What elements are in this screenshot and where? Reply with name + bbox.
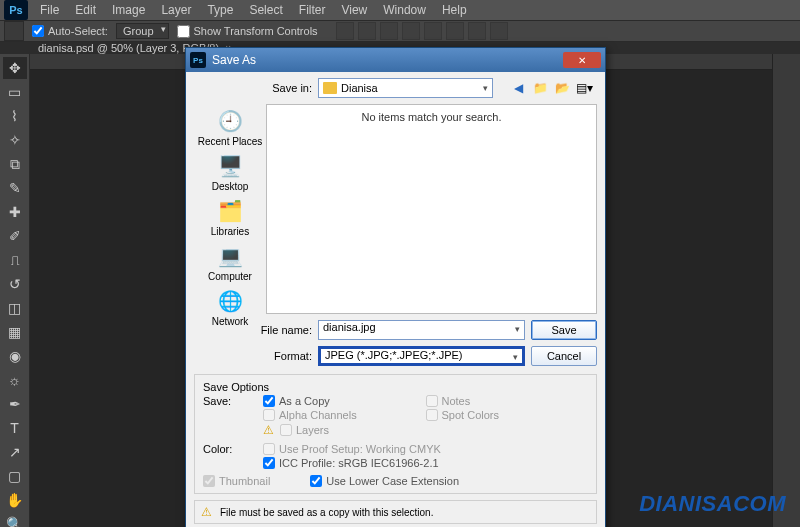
save-in-label: Save in: xyxy=(194,82,312,94)
hand-tool-icon[interactable]: ✋ xyxy=(3,489,27,511)
proof-setup-checkbox: Use Proof Setup: Working CMYK xyxy=(263,443,588,455)
align-icon[interactable] xyxy=(446,22,464,40)
align-icon[interactable] xyxy=(336,22,354,40)
as-copy-checkbox[interactable]: As a Copy xyxy=(263,395,426,407)
place-libraries[interactable]: 🗂️ Libraries xyxy=(196,196,264,239)
align-controls xyxy=(336,22,508,40)
place-label: Desktop xyxy=(212,181,249,192)
brush-tool-icon[interactable]: ✐ xyxy=(3,225,27,247)
heal-tool-icon[interactable]: ✚ xyxy=(3,201,27,223)
lowercase-ext-checkbox[interactable]: Use Lower Case Extension xyxy=(310,475,459,487)
cancel-button[interactable]: Cancel xyxy=(531,346,597,366)
menu-edit[interactable]: Edit xyxy=(67,3,104,17)
pen-tool-icon[interactable]: ✒ xyxy=(3,393,27,415)
history-brush-tool-icon[interactable]: ↺ xyxy=(3,273,27,295)
options-bar: Auto-Select: Group Show Transform Contro… xyxy=(0,21,800,42)
align-icon[interactable] xyxy=(402,22,420,40)
align-icon[interactable] xyxy=(380,22,398,40)
menu-image[interactable]: Image xyxy=(104,3,153,17)
menu-file[interactable]: File xyxy=(32,3,67,17)
no-items-message: No items match your search. xyxy=(362,111,502,123)
move-tool-icon[interactable] xyxy=(4,21,24,41)
eyedropper-tool-icon[interactable]: ✎ xyxy=(3,177,27,199)
format-label: Format: xyxy=(194,350,312,362)
auto-select-label: Auto-Select: xyxy=(48,25,108,37)
recent-places-icon: 🕘 xyxy=(215,108,245,134)
dialog-titlebar[interactable]: Ps Save As ✕ xyxy=(186,48,605,72)
crop-tool-icon[interactable]: ⧉ xyxy=(3,153,27,175)
dodge-tool-icon[interactable]: ☼ xyxy=(3,369,27,391)
type-tool-icon[interactable]: T xyxy=(3,417,27,439)
menu-view[interactable]: View xyxy=(333,3,375,17)
lasso-tool-icon[interactable]: ⌇ xyxy=(3,105,27,127)
view-menu-icon[interactable]: ▤▾ xyxy=(575,79,593,97)
format-value: JPEG (*.JPG;*.JPEG;*.JPE) xyxy=(325,349,463,361)
file-name-value: dianisa.jpg xyxy=(323,321,376,333)
align-icon[interactable] xyxy=(468,22,486,40)
save-button[interactable]: Save xyxy=(531,320,597,340)
file-list[interactable]: No items match your search. xyxy=(266,104,597,314)
save-as-dialog: Ps Save As ✕ Save in: Dianisa ◀ 📁 📂 ▤▾ 🕘… xyxy=(185,47,606,527)
network-icon: 🌐 xyxy=(215,288,245,314)
warning-icon: ⚠ xyxy=(201,505,212,519)
collapsed-panels[interactable] xyxy=(772,54,800,527)
file-name-input[interactable]: dianisa.jpg xyxy=(318,320,525,340)
menu-select[interactable]: Select xyxy=(241,3,290,17)
path-tool-icon[interactable]: ↗ xyxy=(3,441,27,463)
format-dropdown[interactable]: JPEG (*.JPG;*.JPEG;*.JPE) xyxy=(318,346,525,366)
place-label: Libraries xyxy=(211,226,249,237)
place-recent[interactable]: 🕘 Recent Places xyxy=(196,106,264,149)
ps-logo-icon: Ps xyxy=(190,52,206,68)
color-sub-label: Color: xyxy=(203,443,263,455)
align-icon[interactable] xyxy=(424,22,442,40)
gradient-tool-icon[interactable]: ▦ xyxy=(3,321,27,343)
back-icon[interactable]: ◀ xyxy=(509,79,527,97)
move-tool-icon[interactable]: ✥ xyxy=(3,57,27,79)
shape-tool-icon[interactable]: ▢ xyxy=(3,465,27,487)
save-options-title: Save Options xyxy=(203,381,588,393)
menu-window[interactable]: Window xyxy=(375,3,434,17)
warning-message: ⚠ File must be saved as a copy with this… xyxy=(194,500,597,524)
menu-help[interactable]: Help xyxy=(434,3,475,17)
up-folder-icon[interactable]: 📁 xyxy=(531,79,549,97)
computer-icon: 💻 xyxy=(215,243,245,269)
save-sub-label: Save: xyxy=(203,395,263,407)
save-in-value: Dianisa xyxy=(341,82,378,94)
menu-layer[interactable]: Layer xyxy=(153,3,199,17)
menu-filter[interactable]: Filter xyxy=(291,3,334,17)
watermark: DIANISACOM xyxy=(639,491,786,517)
menu-type[interactable]: Type xyxy=(199,3,241,17)
zoom-tool-icon[interactable]: 🔍 xyxy=(3,513,27,527)
wand-tool-icon[interactable]: ✧ xyxy=(3,129,27,151)
layers-checkbox: ⚠Layers xyxy=(263,423,426,437)
ps-logo-icon: Ps xyxy=(4,0,28,20)
notes-checkbox: Notes xyxy=(426,395,589,407)
desktop-icon: 🖥️ xyxy=(215,153,245,179)
auto-select-group-dropdown[interactable]: Group xyxy=(116,23,169,39)
eraser-tool-icon[interactable]: ◫ xyxy=(3,297,27,319)
save-options-group: Save Options Save: As a Copy Notes Alpha… xyxy=(194,374,597,494)
alpha-channels-checkbox: Alpha Channels xyxy=(263,409,426,421)
thumbnail-checkbox: Thumbnail xyxy=(203,475,270,487)
align-icon[interactable] xyxy=(490,22,508,40)
place-computer[interactable]: 💻 Computer xyxy=(196,241,264,284)
show-transform-controls-checkbox[interactable]: Show Transform Controls xyxy=(177,25,318,38)
new-folder-icon[interactable]: 📂 xyxy=(553,79,571,97)
places-bar: 🕘 Recent Places 🖥️ Desktop 🗂️ Libraries … xyxy=(194,104,266,314)
marquee-tool-icon[interactable]: ▭ xyxy=(3,81,27,103)
place-desktop[interactable]: 🖥️ Desktop xyxy=(196,151,264,194)
warning-icon: ⚠ xyxy=(263,423,274,437)
align-icon[interactable] xyxy=(358,22,376,40)
save-in-dropdown[interactable]: Dianisa xyxy=(318,78,493,98)
auto-select-checkbox[interactable]: Auto-Select: xyxy=(32,25,108,37)
place-label: Computer xyxy=(208,271,252,282)
warning-text: File must be saved as a copy with this s… xyxy=(220,507,433,518)
stamp-tool-icon[interactable]: ⎍ xyxy=(3,249,27,271)
toolbox: ✥ ▭ ⌇ ✧ ⧉ ✎ ✚ ✐ ⎍ ↺ ◫ ▦ ◉ ☼ ✒ T ↗ ▢ ✋ 🔍 xyxy=(0,54,30,527)
place-network[interactable]: 🌐 Network xyxy=(196,286,264,329)
close-icon[interactable]: ✕ xyxy=(563,52,601,68)
show-transform-label: Show Transform Controls xyxy=(194,25,318,37)
menu-bar: Ps File Edit Image Layer Type Select Fil… xyxy=(0,0,800,21)
icc-profile-checkbox[interactable]: ICC Profile: sRGB IEC61966-2.1 xyxy=(263,457,588,469)
blur-tool-icon[interactable]: ◉ xyxy=(3,345,27,367)
